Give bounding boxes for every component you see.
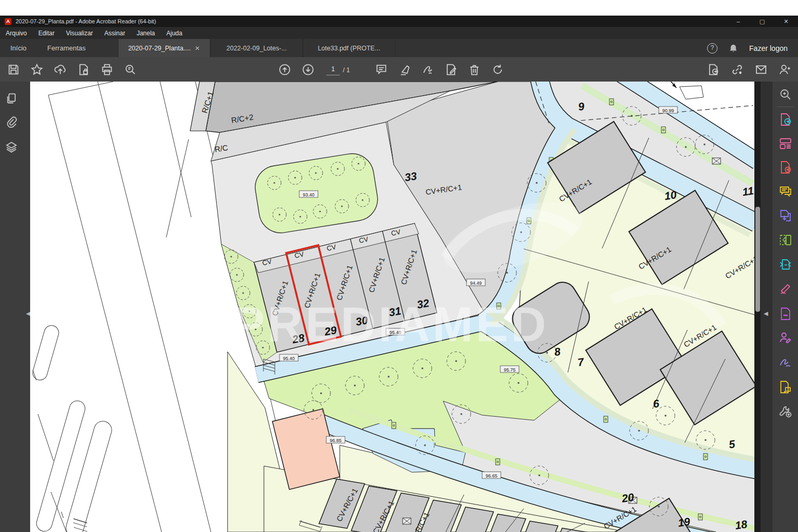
doc-tab-label: 2022-02-09_Lotes-... <box>227 45 287 52</box>
doc-tab-planta[interactable]: 2020-07-29_Planta.... ✕ <box>118 39 210 57</box>
page-thumbnails-icon[interactable] <box>5 92 18 104</box>
title-bar: A 2020-07-29_Planta.pdf - Adobe Acrobat … <box>0 16 798 27</box>
svg-text:96.85: 96.85 <box>330 438 342 443</box>
right-panel-gutter <box>761 82 773 532</box>
more-tools-icon[interactable] <box>779 405 792 418</box>
svg-text:90.99: 90.99 <box>662 108 674 113</box>
restore-button[interactable]: ▢ <box>750 16 774 27</box>
svg-text:11: 11 <box>741 184 754 198</box>
save-icon[interactable] <box>7 63 20 76</box>
tools-rail <box>773 82 798 532</box>
organize-pages-tool-icon[interactable] <box>779 233 792 247</box>
menu-janela[interactable]: Janela <box>131 30 161 37</box>
menu-assinar[interactable]: Assinar <box>99 30 131 37</box>
highlight-icon[interactable] <box>399 63 411 76</box>
sign-in-link[interactable]: Fazer logon <box>749 44 788 52</box>
comment-tool-icon[interactable] <box>779 185 792 198</box>
previous-page-icon[interactable] <box>278 63 291 76</box>
tab-tools[interactable]: Ferramentas <box>37 39 96 57</box>
notifications-bell-icon[interactable] <box>729 44 738 53</box>
main-toolbar: 1 / 1 <box>0 57 798 82</box>
svg-text:33: 33 <box>404 170 418 183</box>
combine-files-tool-icon[interactable] <box>779 209 792 222</box>
add-comment-icon[interactable] <box>375 63 388 76</box>
get-link-icon[interactable] <box>731 63 743 76</box>
delete-icon[interactable] <box>468 63 481 76</box>
create-pdf-tool-icon[interactable] <box>779 161 792 174</box>
svg-text:IPREDIAMED: IPREDIAMED <box>216 297 549 352</box>
tab-home[interactable]: Início <box>0 39 37 57</box>
protect-tool-icon[interactable] <box>779 331 792 344</box>
certificates-tool-icon[interactable] <box>779 356 792 369</box>
request-signatures-tool-icon[interactable] <box>779 380 792 394</box>
share-people-icon[interactable] <box>778 63 791 76</box>
compress-pdf-tool-icon[interactable] <box>779 258 792 271</box>
svg-text:95.75: 95.75 <box>504 367 516 373</box>
menu-visualizar[interactable]: Visualizar <box>60 30 99 37</box>
acrobat-pdf-icon: A <box>5 18 11 25</box>
layers-icon[interactable] <box>5 141 18 153</box>
doc-tab-label: Lote33.pdf (PROTE... <box>318 45 380 52</box>
protect-document-icon[interactable] <box>77 63 90 76</box>
svg-text:95.40: 95.40 <box>283 356 295 361</box>
send-email-icon[interactable] <box>755 63 767 76</box>
doc-tab-lotes[interactable]: 2022-02-09_Lotes-... <box>210 39 303 57</box>
menu-bar: Arquivo Editar Visualizar Assinar Janela… <box>0 27 798 39</box>
export-pdf-icon[interactable] <box>707 63 720 76</box>
svg-text:20: 20 <box>620 491 635 504</box>
pdf-canvas[interactable]: 93.40 94.49 95.40 95.40 95.75 96.85 96.6… <box>30 82 754 532</box>
favorite-star-icon[interactable] <box>31 63 43 76</box>
share-upload-icon[interactable] <box>54 63 66 76</box>
print-icon[interactable] <box>101 63 113 76</box>
svg-text:94.49: 94.49 <box>470 281 482 286</box>
doc-tab-lote33[interactable]: Lote33.pdf (PROTE... <box>303 39 395 57</box>
svg-text:19: 19 <box>677 515 691 529</box>
right-panel-collapse-arrow[interactable]: ◀ <box>764 310 768 317</box>
edit-page-icon[interactable] <box>445 63 457 76</box>
next-page-icon[interactable] <box>302 63 314 76</box>
menu-arquivo[interactable]: Arquivo <box>0 30 33 37</box>
tab-close-icon[interactable]: ✕ <box>195 45 200 52</box>
help-icon[interactable]: ? <box>707 43 717 54</box>
main-area: ◀ <box>0 82 798 532</box>
vertical-scrollbar[interactable] <box>754 82 761 532</box>
acrobat-window: A 2020-07-29_Planta.pdf - Adobe Acrobat … <box>0 0 798 532</box>
page-number-input[interactable]: 1 <box>326 65 340 75</box>
redact-tool-icon[interactable] <box>779 307 792 321</box>
svg-text:96.65: 96.65 <box>486 473 498 478</box>
page-total: / 1 <box>343 66 350 74</box>
fill-sign-tool-icon[interactable] <box>779 282 792 296</box>
attachments-icon[interactable] <box>5 116 18 128</box>
svg-text:18: 18 <box>734 518 748 531</box>
close-button[interactable]: ✕ <box>774 16 798 27</box>
rotate-pages-icon[interactable] <box>491 63 504 76</box>
export-pdf-tool-icon[interactable] <box>779 113 792 126</box>
pdf-document[interactable]: 93.40 94.49 95.40 95.40 95.75 96.85 96.6… <box>30 82 754 532</box>
scrollbar-thumb[interactable] <box>755 207 760 312</box>
menu-ajuda[interactable]: Ajuda <box>161 30 188 37</box>
window-title: 2020-07-29_Planta.pdf - Adobe Acrobat Re… <box>16 18 156 24</box>
find-icon[interactable] <box>124 63 137 76</box>
minimize-button[interactable]: – <box>726 16 750 27</box>
edit-pdf-tool-icon[interactable] <box>779 137 792 150</box>
search-tools-icon[interactable] <box>779 88 792 101</box>
menu-editar[interactable]: Editar <box>33 30 60 37</box>
tab-bar: Início Ferramentas 2020-07-29_Planta....… <box>0 39 798 57</box>
left-panel-rail <box>0 82 30 532</box>
svg-text:93.40: 93.40 <box>303 192 315 197</box>
svg-text:10: 10 <box>663 189 677 202</box>
fill-sign-icon[interactable] <box>422 63 434 76</box>
doc-tab-label: 2020-07-29_Planta.... <box>128 45 191 52</box>
